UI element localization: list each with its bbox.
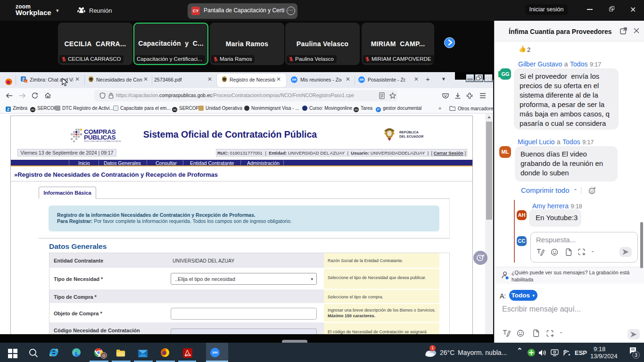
svg-text:+: +	[25, 80, 27, 82]
svg-text:Z: Z	[22, 77, 25, 82]
